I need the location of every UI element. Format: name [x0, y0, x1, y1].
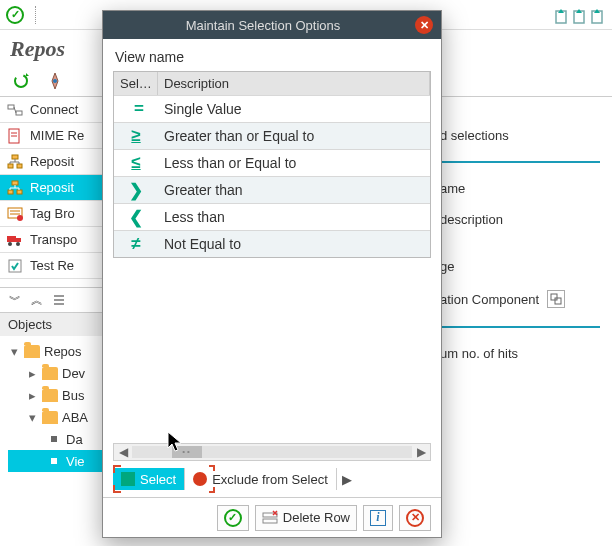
doc-triplet-icons [554, 5, 606, 25]
tree-label: Da [66, 432, 83, 447]
scroll-right-icon[interactable]: ▶ [412, 445, 430, 459]
nav-label: Transpo [30, 232, 77, 247]
tab-exclude[interactable]: Exclude from Select [185, 468, 337, 490]
svg-rect-9 [8, 164, 13, 168]
more-tabs-icon[interactable]: ▶ [337, 472, 357, 487]
tag-icon [6, 205, 24, 223]
include-square-icon [121, 472, 135, 486]
svg-rect-24 [263, 519, 277, 523]
nav-label: Reposit [30, 154, 74, 169]
svg-rect-12 [8, 190, 13, 194]
expand-icon[interactable]: ▸ [26, 366, 38, 381]
option-row-ge[interactable]: ≥ Greater than or Equal to [114, 122, 430, 149]
table-header-row: Sel… Description [114, 72, 430, 95]
close-icon[interactable]: ✕ [415, 16, 433, 34]
include-exclude-tabs: Select Exclude from Select ▶ [113, 467, 431, 491]
doc-up-icon[interactable] [590, 5, 606, 25]
nav-label: Tag Bro [30, 206, 75, 221]
field-label: um no. of hits [440, 338, 600, 369]
dialog-titlebar[interactable]: Maintain Selection Options ✕ [103, 11, 441, 39]
option-label: Greater than [158, 182, 430, 198]
option-row-gt[interactable]: ❯ Greater than [114, 176, 430, 203]
tab-label: Select [140, 472, 176, 487]
tree-label: Bus [62, 388, 84, 403]
field-label: description [440, 204, 600, 235]
option-label: Single Value [158, 101, 430, 117]
value-help-icon[interactable] [547, 290, 565, 308]
options-table: Sel… Description = Single Value ≥ Greate… [113, 71, 431, 258]
col-header-sel[interactable]: Sel… [114, 72, 158, 95]
field-label: d selections [440, 120, 600, 151]
list-icon[interactable] [50, 291, 68, 309]
right-panel-labels: d selections ame description ge ation Co… [440, 120, 600, 369]
expand-icon[interactable]: ▾ [26, 410, 38, 425]
bullet-icon [51, 458, 57, 464]
svg-rect-11 [12, 181, 18, 185]
svg-rect-5 [8, 105, 14, 109]
expand-icon[interactable]: ▾ [8, 344, 20, 359]
tab-label: Exclude from Select [212, 472, 328, 487]
option-row-le[interactable]: ≤ Less than or Equal to [114, 149, 430, 176]
greater-equal-icon: ≥ [114, 126, 158, 146]
ok-button[interactable]: ✓ [217, 505, 249, 531]
svg-point-3 [15, 75, 27, 87]
not-equal-icon: ≠ [114, 234, 158, 254]
scroll-track[interactable] [132, 446, 412, 458]
delete-row-icon [262, 510, 278, 526]
option-label: Greater than or Equal to [158, 128, 430, 144]
refresh-icon[interactable] [10, 70, 32, 92]
doc-icon [6, 127, 24, 145]
horizontal-scrollbar[interactable]: ◀ ▶ [113, 443, 431, 461]
chevrons-down-icon[interactable]: ︾ [6, 291, 24, 309]
folder-icon [24, 345, 40, 358]
view-name-label: View name [113, 47, 431, 71]
doc-up-icon[interactable] [554, 5, 570, 25]
option-row-single-value[interactable]: = Single Value [114, 95, 430, 122]
nav-label: Reposit [30, 180, 74, 195]
folder-icon [42, 411, 58, 424]
less-than-icon: ❮ [114, 207, 158, 228]
svg-rect-13 [17, 190, 22, 194]
option-row-lt[interactable]: ❮ Less than [114, 203, 430, 230]
delete-row-button[interactable]: Delete Row [255, 505, 357, 531]
folder-icon [42, 389, 58, 402]
tab-select[interactable]: Select [113, 468, 185, 490]
scroll-thumb[interactable] [172, 446, 202, 458]
compass-icon[interactable] [44, 70, 66, 92]
svg-rect-8 [12, 155, 18, 159]
svg-rect-22 [555, 298, 561, 304]
svg-point-18 [8, 242, 12, 246]
cancel-button[interactable]: ✕ [399, 505, 431, 531]
svg-rect-10 [17, 164, 22, 168]
doc-up-icon[interactable] [572, 5, 588, 25]
svg-point-19 [16, 242, 20, 246]
chevrons-up-icon[interactable]: ︽ [28, 291, 46, 309]
expand-icon[interactable]: ▸ [26, 388, 38, 403]
equals-icon: = [114, 99, 158, 119]
field-label: ation Component [440, 292, 539, 307]
check-icon[interactable]: ✓ [6, 6, 24, 24]
dialog-footer: ✓ Delete Row i ✕ [103, 497, 441, 537]
svg-rect-21 [551, 294, 557, 300]
folder-icon [42, 367, 58, 380]
info-button[interactable]: i [363, 505, 393, 531]
check-icon: ✓ [224, 509, 242, 527]
hierarchy-icon [6, 153, 24, 171]
info-icon: i [370, 510, 386, 526]
scroll-left-icon[interactable]: ◀ [114, 445, 132, 459]
greater-than-icon: ❯ [114, 180, 158, 201]
bullet-icon [51, 436, 57, 442]
exclude-dot-icon [193, 472, 207, 486]
option-row-ne[interactable]: ≠ Not Equal to [114, 230, 430, 257]
separator [30, 6, 36, 24]
svg-point-15 [17, 215, 23, 221]
less-equal-icon: ≤ [114, 153, 158, 173]
svg-rect-6 [16, 111, 22, 115]
nav-label: Test Re [30, 258, 74, 273]
col-header-description[interactable]: Description [158, 72, 430, 95]
tree-label: Vie [66, 454, 85, 469]
field-label: ame [440, 173, 600, 204]
separator [440, 326, 600, 328]
field-label: ge [440, 251, 600, 282]
option-label: Less than [158, 209, 430, 225]
